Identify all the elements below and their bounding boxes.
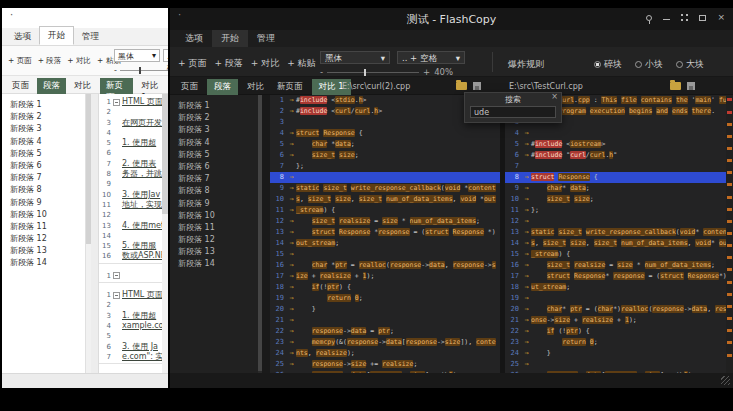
code-line[interactable]: 23→ memcpy(&(response->data[response->si… [270, 337, 500, 348]
tab-1[interactable]: 段落 [207, 79, 238, 95]
paragraph-item[interactable]: 新段落 4 [2, 136, 85, 148]
menu-item-2[interactable]: 管理 [248, 30, 284, 47]
ruler-mark[interactable] [727, 329, 732, 332]
code-line[interactable]: 9→static size_t write_response_callback(… [270, 183, 500, 194]
slider-plus-label[interactable]: + [423, 67, 430, 77]
paragraph-item[interactable]: 新段落 10 [170, 210, 258, 222]
code-line[interactable]: 10→ size_t size; [505, 194, 726, 205]
code-line[interactable]: 20→ } [270, 304, 500, 315]
code-line[interactable]: 17→ struct Response* response = (struct … [505, 271, 726, 282]
code-line[interactable]: 4→ [505, 128, 726, 139]
document-line[interactable]: 2 [99, 300, 168, 310]
ruler-mark[interactable] [727, 305, 732, 308]
toolbar-button-3[interactable]: + 粘贴 [287, 57, 315, 70]
code-line[interactable]: 24→ } [505, 348, 726, 359]
code-line[interactable]: 9→ char* data; [505, 183, 726, 194]
code-line[interactable]: 24→nts, realsize); [270, 348, 500, 359]
fullscreen-button[interactable] [681, 14, 688, 21]
paragraph-item[interactable]: 新段落 2 [2, 111, 85, 123]
code-line[interactable]: 12→ size_t realsize = size * num_of_data… [270, 216, 500, 227]
code-line[interactable]: 4→struct Response { [270, 128, 500, 139]
paragraph-item[interactable]: 新段落 13 [170, 246, 258, 258]
tab-0[interactable]: 页面 [6, 78, 35, 94]
radio-icon[interactable] [676, 61, 683, 68]
code-line[interactable]: 17→ize + realsize + 1); [270, 271, 500, 282]
doc-tab-0[interactable]: 新页面 [270, 79, 310, 95]
code-line[interactable]: 23→ return 0; [505, 337, 726, 348]
code-line[interactable]: 21→onse->size + realsize + 1); [505, 315, 726, 326]
code-line[interactable]: 10→s, size_t size, size_t num_of_data_it… [270, 194, 500, 205]
maximize-button[interactable] [699, 15, 706, 21]
toolbar-button-0[interactable]: + 页面 [178, 57, 206, 70]
code-line[interactable]: 25→ [505, 359, 726, 370]
paragraph-item[interactable]: 新段落 13 [2, 245, 85, 257]
document-line[interactable]: 31. 使用超 [99, 311, 168, 321]
document-scrollbar[interactable] [162, 94, 168, 373]
ruler-mark[interactable] [727, 196, 732, 199]
code-line[interactable]: 8→struct Response { [505, 172, 726, 183]
code-line[interactable]: 19→ return 0; [270, 293, 500, 304]
ruler-mark[interactable] [727, 354, 732, 357]
tab-2[interactable]: 对比 [240, 79, 271, 95]
document-line[interactable]: 1HTML 页面跳 [99, 290, 168, 300]
overview-ruler[interactable] [726, 95, 733, 373]
resize-grip[interactable] [721, 376, 730, 385]
document-line[interactable]: 4 [99, 128, 168, 138]
paragraph-item[interactable]: 新段落 4 [170, 137, 258, 149]
fold-icon[interactable] [113, 99, 120, 106]
toolbar-button-1[interactable]: + 段落 [214, 57, 242, 70]
document-line[interactable]: 5 [99, 331, 168, 341]
document-line[interactable]: 14 [99, 231, 168, 241]
code-line[interactable]: 13→static size_t write_response_callback… [505, 227, 726, 238]
document-line[interactable]: 103. 使用Jav [99, 190, 168, 200]
code-line[interactable]: 15→_stream) { [505, 249, 726, 260]
ruler-mark-red[interactable] [727, 111, 732, 114]
document-line[interactable]: 16数或ASP.NE [99, 251, 168, 261]
menu-item-0[interactable]: 选项 [176, 30, 212, 47]
paragraph-item[interactable]: 新段落 6 [2, 160, 85, 172]
code-line[interactable]: 18→ut_stream; [505, 282, 726, 293]
slider-track[interactable] [120, 70, 168, 71]
paragraph-item[interactable]: 新段落 5 [2, 148, 85, 160]
ruler-mark[interactable] [727, 220, 732, 223]
menu-item-1[interactable]: 开始 [212, 30, 248, 47]
ruler-mark[interactable] [727, 293, 732, 296]
suffix-select[interactable]: .. + 空格 ▾ [397, 51, 465, 64]
paragraph-item[interactable]: 新段落 1 [2, 99, 85, 111]
code-line[interactable]: 11→_stream) { [270, 205, 500, 216]
code-line[interactable]: 13→ struct Response *response = (struct … [270, 227, 500, 238]
code-line[interactable]: 19→ [505, 293, 726, 304]
menu-item-2[interactable]: 管理 [74, 28, 107, 45]
code-line[interactable]: 16→ size_t realsize = size * num_of_data… [505, 260, 726, 271]
window-menu-dot-icon[interactable]: · [10, 9, 13, 20]
paragraph-item[interactable]: 新段落 14 [2, 257, 85, 269]
pin-icon[interactable] [646, 15, 652, 21]
paragraph-item[interactable]: 新段落 8 [2, 184, 85, 196]
slider-minus-label[interactable]: - [114, 66, 117, 75]
code-line[interactable]: 25→ response->size += realsize; [270, 359, 500, 370]
paragraph-item[interactable]: 新段落 3 [2, 123, 85, 135]
code-line[interactable]: 12→ [505, 216, 726, 227]
paragraph-item[interactable]: 新段落 5 [170, 149, 258, 161]
document-line[interactable]: 9 [99, 179, 168, 189]
paragraph-item[interactable]: 新段落 11 [170, 222, 258, 234]
titlebar[interactable]: · 测试 - FlashCopy × [170, 8, 733, 30]
slider-minus-label[interactable]: - [320, 67, 323, 77]
paragraph-item[interactable]: 新段落 10 [2, 209, 85, 221]
document-line[interactable]: 2 [99, 107, 168, 117]
code-line[interactable]: 16→ char *ptr = realloc(response->data, … [270, 260, 500, 271]
radio-option-1[interactable]: 小块 [635, 58, 663, 71]
radio-option-0[interactable]: 碎块 [594, 58, 622, 71]
code-line[interactable]: 14→s, size_t size, size_t num_of_data_it… [505, 238, 726, 249]
radio-option-2[interactable]: 大块 [676, 58, 704, 71]
paragraph-item[interactable]: 新段落 8 [170, 185, 258, 197]
ruler-mark[interactable] [727, 171, 732, 174]
ruler-mark[interactable] [727, 135, 732, 138]
slider-track[interactable] [327, 72, 419, 73]
font-select[interactable]: 黑体 ▾ [320, 51, 390, 64]
paragraph-item[interactable]: 新段落 9 [2, 197, 85, 209]
paragraph-item[interactable]: 新段落 1 [170, 100, 258, 112]
menu-item-0[interactable]: 选项 [6, 28, 39, 45]
paragraph-item[interactable]: 新段落 6 [170, 161, 258, 173]
ruler-mark[interactable] [727, 256, 732, 259]
